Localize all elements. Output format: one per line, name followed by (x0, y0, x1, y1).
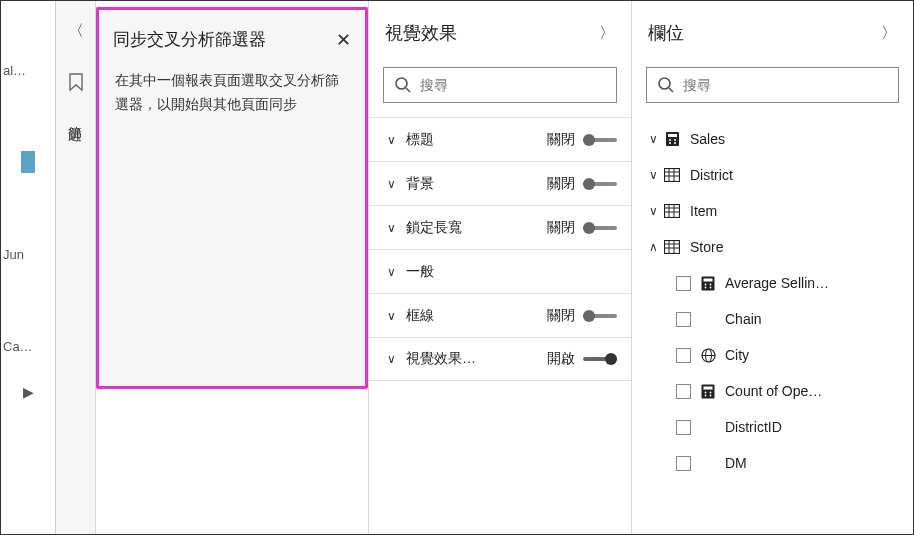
field-type-icon (701, 348, 719, 363)
field-checkbox[interactable] (676, 456, 691, 471)
svg-point-7 (674, 139, 676, 141)
viz-toggle-state: 關閉 (547, 219, 575, 237)
search-icon (394, 76, 412, 94)
collapse-fields-chevron[interactable]: 〉 (881, 23, 897, 44)
svg-point-9 (674, 142, 676, 144)
bookmark-icon[interactable] (68, 72, 84, 95)
viz-item-label: 一般 (406, 263, 617, 281)
field-checkbox[interactable] (676, 276, 691, 291)
play-icon[interactable]: ▶ (1, 369, 55, 415)
viz-item-label: 框線 (406, 307, 547, 325)
svg-point-37 (710, 391, 712, 393)
field-label: DistrictID (725, 419, 782, 435)
fields-table-item[interactable]: ∨ District (640, 157, 905, 193)
viz-format-item[interactable]: ∨ 一般 (369, 249, 631, 293)
table-label: Item (690, 203, 717, 219)
svg-rect-5 (668, 134, 677, 137)
fields-field-item[interactable]: DistrictID (640, 409, 905, 445)
svg-rect-26 (704, 278, 713, 281)
svg-point-6 (669, 139, 671, 141)
viz-item-label: 視覺效果… (406, 350, 547, 368)
fields-search[interactable] (646, 67, 899, 103)
toggle-switch[interactable] (583, 133, 617, 147)
field-checkbox[interactable] (676, 420, 691, 435)
expand-filters-chevron[interactable]: 〈 (68, 21, 84, 42)
visualizations-title: 視覺效果 (385, 21, 599, 45)
canvas-partial-2: Jun (1, 231, 55, 277)
viz-format-item[interactable]: ∨ 背景關閉 (369, 161, 631, 205)
viz-format-item[interactable]: ∨ 鎖定長寬關閉 (369, 205, 631, 249)
search-icon (657, 76, 675, 94)
filters-label: 篩選 (67, 115, 85, 119)
field-label: DM (725, 455, 747, 471)
chevron-down-icon: ∨ (644, 132, 662, 146)
fields-field-item[interactable]: Count of Ope… (640, 373, 905, 409)
svg-rect-35 (704, 386, 713, 389)
sync-slicers-title: 同步交叉分析篩選器 (113, 28, 336, 51)
fields-field-item[interactable]: DM (640, 445, 905, 481)
table-icon (662, 240, 682, 254)
canvas-spacer (1, 185, 55, 231)
table-icon (662, 168, 682, 182)
field-checkbox[interactable] (676, 312, 691, 327)
svg-point-0 (396, 78, 407, 89)
svg-point-8 (669, 142, 671, 144)
viz-format-item[interactable]: ∨ 標題關閉 (369, 117, 631, 161)
collapse-viz-chevron[interactable]: 〉 (599, 23, 615, 44)
chevron-down-icon: ∨ (387, 352, 396, 366)
table-label: Sales (690, 131, 725, 147)
toggle-switch[interactable] (583, 177, 617, 191)
canvas-partial-3: Ca… (1, 323, 55, 369)
fields-pane: 欄位 〉 ∨ Sales∨ District∨ Item∧ Store Aver… (632, 1, 913, 534)
viz-search[interactable] (383, 67, 617, 103)
chevron-down-icon: ∨ (387, 177, 396, 191)
chevron-down-icon: ∨ (644, 204, 662, 218)
filters-collapsed-pane: 〈 篩選 (56, 1, 96, 534)
field-type-icon (701, 384, 719, 399)
chevron-down-icon: ∨ (387, 133, 396, 147)
viz-item-label: 背景 (406, 175, 547, 193)
canvas-spacer (1, 277, 55, 323)
svg-line-1 (406, 88, 410, 92)
toggle-switch[interactable] (583, 352, 617, 366)
toggle-switch[interactable] (583, 221, 617, 235)
sync-slicers-pane: 同步交叉分析篩選器 ✕ 在其中一個報表頁面選取交叉分析篩選器，以開始與其他頁面同… (96, 7, 368, 389)
toggle-switch[interactable] (583, 309, 617, 323)
table-label: Store (690, 239, 723, 255)
canvas-spacer (1, 93, 55, 139)
fields-table-item[interactable]: ∧ Store (640, 229, 905, 265)
viz-toggle-state: 開啟 (547, 350, 575, 368)
canvas-left-strip: al… Jun Ca… ▶ (1, 1, 56, 534)
field-checkbox[interactable] (676, 384, 691, 399)
svg-point-38 (705, 394, 707, 396)
svg-point-2 (659, 78, 670, 89)
chevron-down-icon: ∨ (387, 265, 396, 279)
fields-search-input[interactable] (683, 77, 888, 93)
chevron-up-icon: ∧ (644, 240, 662, 254)
svg-point-30 (710, 286, 712, 288)
viz-format-item[interactable]: ∨ 視覺效果…開啟 (369, 337, 631, 381)
fields-table-item[interactable]: ∨ Sales (640, 121, 905, 157)
table-icon (662, 204, 682, 218)
field-checkbox[interactable] (676, 348, 691, 363)
field-label: City (725, 347, 749, 363)
fields-field-item[interactable]: Chain (640, 301, 905, 337)
viz-format-item[interactable]: ∨ 框線關閉 (369, 293, 631, 337)
close-icon[interactable]: ✕ (336, 29, 351, 51)
viz-toggle-state: 關閉 (547, 307, 575, 325)
viz-search-input[interactable] (420, 77, 606, 93)
svg-rect-10 (665, 169, 680, 182)
viz-item-label: 標題 (406, 131, 547, 149)
svg-rect-20 (665, 241, 680, 254)
table-label: District (690, 167, 733, 183)
sync-slicers-message: 在其中一個報表頁面選取交叉分析篩選器，以開始與其他頁面同步 (99, 59, 365, 127)
field-type-icon (701, 276, 719, 291)
svg-line-3 (669, 88, 673, 92)
fields-field-item[interactable]: City (640, 337, 905, 373)
fields-title: 欄位 (648, 21, 881, 45)
chevron-down-icon: ∨ (387, 221, 396, 235)
fields-table-item[interactable]: ∨ Item (640, 193, 905, 229)
fields-field-item[interactable]: Average Sellin… (640, 265, 905, 301)
svg-point-39 (710, 394, 712, 396)
viz-toggle-state: 關閉 (547, 131, 575, 149)
